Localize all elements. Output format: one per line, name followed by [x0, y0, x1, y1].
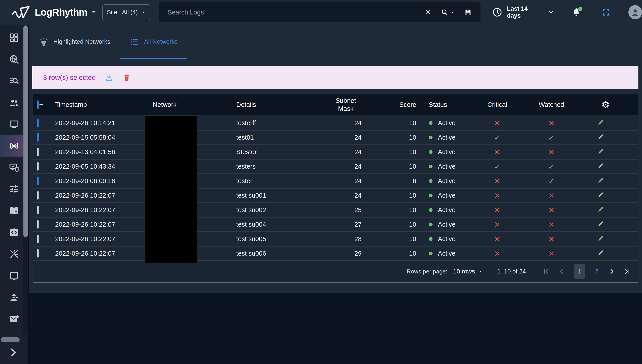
sidebar	[0, 24, 28, 364]
row-checkbox[interactable]	[37, 191, 38, 200]
details-cell: test su004	[236, 221, 330, 228]
edit-pencil-icon[interactable]	[597, 118, 604, 126]
timestamp-cell: 2022-09-26 10:22:07	[53, 192, 153, 199]
site-label: Site:	[107, 9, 119, 16]
edit-pencil-icon[interactable]	[597, 148, 604, 155]
branches-icon	[9, 249, 19, 259]
fullscreen-button[interactable]	[602, 8, 610, 17]
watched-mark: ✓	[548, 162, 555, 171]
networks-table: Timestamp Network Details Subnet Mask Sc…	[33, 94, 638, 282]
status-dot	[429, 150, 432, 154]
edit-pencil-icon[interactable]	[597, 206, 604, 213]
watched-mark: ✕	[548, 235, 555, 244]
status-dot	[429, 179, 432, 183]
column-settings-gear-icon[interactable]: ⚙	[597, 99, 610, 110]
code-clipboard-icon	[9, 227, 19, 238]
first-page-button[interactable]	[543, 268, 550, 275]
timestamp-cell: 2022-09-15 05:58:04	[53, 134, 153, 141]
mail-badge-icon	[9, 314, 19, 324]
edit-pencil-icon[interactable]	[597, 234, 604, 242]
critical-mark: ✕	[494, 191, 500, 200]
chevron-right-icon	[8, 347, 18, 358]
edit-pencil-icon[interactable]	[597, 162, 604, 170]
search-bar[interactable]	[159, 2, 480, 22]
edit-pencil-icon[interactable]	[597, 133, 604, 140]
sidebar-scrollbar-thumb[interactable]	[24, 26, 28, 237]
tab-all-networks[interactable]: All Networks	[120, 24, 188, 59]
timestamp-cell: 2022-09-26 10:22:07	[53, 206, 153, 214]
status-label: Active	[438, 148, 456, 156]
search-submit-group[interactable]	[441, 8, 454, 16]
table-row: 2022-09-15 05:58:04 test01 24 10 Active …	[33, 130, 638, 144]
page-button-2[interactable]: 2	[594, 268, 600, 275]
select-all-checkbox[interactable]	[37, 100, 38, 109]
active-tab-underline	[120, 58, 188, 59]
status-cell: Active	[416, 206, 483, 214]
timestamp-cell: 2022-09-26 10:22:07	[53, 221, 153, 228]
notifications-button[interactable]	[572, 8, 581, 17]
critical-mark: ✓	[494, 133, 500, 142]
row-checkbox[interactable]	[37, 177, 38, 185]
details-cell: testers	[236, 163, 330, 170]
status-label: Active	[438, 250, 456, 257]
table-body: 2022-09-26 10:14:21 testerff 24 10 Activ…	[33, 116, 638, 260]
row-checkbox[interactable]	[37, 119, 38, 127]
watched-mark: ✕	[548, 249, 555, 258]
subnet-cell: 27	[330, 221, 362, 228]
table-row: 2022-09-26 10:22:07 test su005 28 10 Act…	[33, 232, 638, 246]
status-dot	[429, 252, 432, 256]
time-range-selector[interactable]: Last 14 days	[492, 5, 554, 19]
column-header-subnet: Subnet Mask	[330, 96, 362, 113]
critical-mark: ✕	[494, 148, 500, 156]
row-checkbox[interactable]	[37, 148, 38, 156]
column-header-critical: Critical	[483, 101, 511, 108]
devices-star-icon	[9, 162, 19, 173]
tab-label: All Networks	[144, 38, 178, 45]
sidebar-expand-button[interactable]	[8, 347, 18, 358]
save-search-icon[interactable]	[464, 8, 472, 16]
row-checkbox[interactable]	[37, 249, 38, 258]
search-input[interactable]	[168, 9, 425, 16]
search-icon[interactable]	[441, 8, 448, 16]
tab-highlighted-networks[interactable]: Highlighted Networks	[29, 24, 120, 59]
row-checkbox[interactable]	[37, 162, 38, 170]
row-checkbox[interactable]	[37, 206, 38, 214]
user-avatar[interactable]	[628, 5, 642, 20]
edit-pencil-icon[interactable]	[597, 176, 604, 184]
column-header-network: Network	[153, 101, 236, 108]
page-button-1[interactable]: 1	[574, 264, 585, 279]
redaction-overlay	[146, 116, 197, 263]
watched-mark: ✕	[548, 220, 555, 229]
tab-label: Highlighted Networks	[53, 38, 110, 45]
rows-per-page-select[interactable]: 10 rows	[453, 268, 482, 275]
next-page-button[interactable]	[608, 268, 615, 275]
status-label: Active	[438, 206, 456, 214]
last-page-button[interactable]	[624, 268, 631, 275]
knowledge-book-icon	[9, 206, 19, 216]
subnet-cell: 24	[330, 177, 362, 185]
score-cell: 6	[362, 177, 416, 185]
table-row: 2022-09-20 06:00:18 tester 24 6 Active ✕…	[33, 174, 638, 188]
table-header-row: Timestamp Network Details Subnet Mask Sc…	[33, 94, 638, 116]
selection-banner: 3 row(s) selected	[32, 66, 638, 89]
row-checkbox[interactable]	[37, 220, 38, 228]
table-row: 2022-09-26 10:22:07 test su006 29 10 Act…	[33, 246, 638, 260]
logrhythm-logo: LogRhythm ™	[11, 4, 95, 20]
row-checkbox[interactable]	[37, 133, 38, 142]
edit-pencil-icon[interactable]	[597, 220, 604, 228]
download-icon[interactable]	[104, 73, 114, 82]
status-label: Active	[438, 235, 456, 243]
score-cell: 10	[362, 148, 416, 156]
search-caret-icon[interactable]	[450, 10, 454, 14]
delete-icon[interactable]	[122, 74, 131, 82]
details-cell: Stester	[236, 148, 330, 156]
edit-pencil-icon[interactable]	[597, 249, 604, 256]
logo-text: LogRhythm	[35, 7, 87, 18]
notification-dot	[578, 7, 582, 11]
edit-pencil-icon[interactable]	[597, 191, 604, 198]
score-cell: 10	[362, 119, 416, 127]
clear-search-icon[interactable]	[425, 9, 432, 16]
site-selector[interactable]: Site: All (4)	[102, 4, 150, 20]
previous-page-button[interactable]	[558, 268, 566, 275]
row-checkbox[interactable]	[37, 235, 38, 243]
